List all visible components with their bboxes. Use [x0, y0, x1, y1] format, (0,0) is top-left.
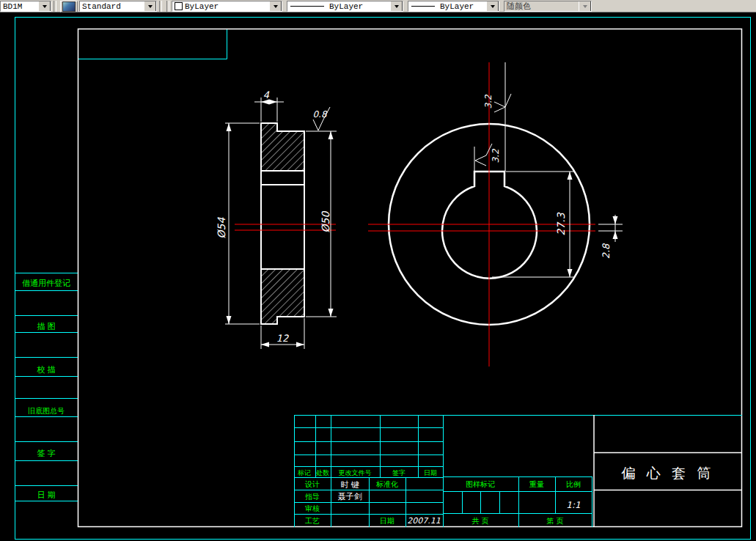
- dim-roughness-body: 0.8: [312, 109, 327, 119]
- plot-style-value: 随颜色: [504, 1, 579, 12]
- advisor-label: 指导: [305, 493, 320, 501]
- lineweight-dropdown-button[interactable]: [486, 1, 499, 12]
- margin-label: 旧底图总号: [28, 407, 65, 415]
- part-name: 偏 心 套 筒: [621, 465, 715, 481]
- chevron-down-icon: [43, 5, 47, 10]
- design-label: 设计: [304, 480, 320, 488]
- linetype-control-combo[interactable]: ByLayer: [287, 1, 403, 12]
- margin-table: [15, 273, 78, 501]
- change-header-cell: 更改文件号: [339, 469, 372, 476]
- margin-label: 描 图: [37, 322, 55, 331]
- toolbar-separator: [166, 1, 169, 12]
- dim-style-value: BD1M: [1, 2, 38, 11]
- lineweight-sample-icon: [411, 6, 435, 7]
- chevron-down-icon: [491, 5, 495, 10]
- change-header-cell: 签字: [392, 469, 405, 476]
- change-header-cell: 日期: [424, 469, 437, 476]
- change-header-cell: 标记: [297, 469, 311, 476]
- margin-label: 借通用件登记: [22, 279, 70, 287]
- design-name: 时 键: [340, 480, 359, 489]
- linetype-dropdown-button[interactable]: [390, 1, 403, 12]
- plot-style-combo: 随颜色: [504, 1, 592, 12]
- color-dropdown-button[interactable]: [269, 1, 282, 12]
- color-value: ByLayer: [183, 2, 269, 11]
- dim-body-dia: Ø50: [320, 210, 331, 232]
- standardization-label: 标准化: [375, 480, 398, 488]
- properties-toolbar: BD1M Standard ByLayer ByLayer ByLayer 随颜…: [0, 0, 756, 12]
- process-label: 工艺: [305, 517, 320, 525]
- linetype-sample-icon: [290, 6, 324, 7]
- color-control-combo[interactable]: ByLayer: [172, 1, 282, 12]
- text-style-dropdown-button[interactable]: [144, 1, 156, 12]
- dim-roughness-top: 3.2: [483, 94, 493, 108]
- dim-roughness-keyway: 3.2: [491, 148, 501, 163]
- dim-flange-width: 4: [263, 89, 270, 100]
- cad-drawing: 借通用件登记 描 图 校 描 旧底图总号 签 字 日 期: [0, 12, 756, 541]
- lineweight-value: ByLayer: [438, 2, 486, 11]
- text-style-value: Standard: [80, 2, 144, 11]
- weight-label: 重量: [529, 480, 544, 488]
- dim-bore-keyway: 27.3: [555, 212, 567, 235]
- advisor-name: 聂子剑: [338, 492, 362, 501]
- margin-label: 签 字: [37, 449, 55, 457]
- toolbar-separator: [54, 1, 56, 12]
- dim-style-manager-icon: [62, 1, 76, 12]
- dim-total-width: 12: [276, 333, 289, 344]
- chevron-down-icon: [148, 5, 153, 10]
- mark-label: 图样标记: [466, 480, 495, 488]
- margin-label: 校 描: [36, 365, 55, 374]
- color-swatch-icon: [175, 2, 183, 10]
- roughness-symbol: [494, 94, 511, 112]
- plot-style-dropdown-button: [579, 1, 591, 12]
- date-value: 2007.11: [407, 516, 441, 526]
- sheet-outer-border: [15, 18, 751, 540]
- dim-style-combo[interactable]: BD1M: [0, 1, 51, 12]
- margin-label: 日 期: [37, 490, 55, 499]
- toolbar-separator: [159, 1, 162, 12]
- scale-value: 1:1: [566, 500, 580, 510]
- check-label: 审核: [305, 504, 320, 512]
- page-label: 第 页: [547, 517, 564, 525]
- dim-outer-dia: Ø54: [216, 216, 227, 238]
- linetype-value: ByLayer: [327, 2, 390, 11]
- dim-style-manager-button[interactable]: [60, 1, 78, 12]
- lineweight-control-combo[interactable]: ByLayer: [408, 1, 499, 12]
- chevron-down-icon: [583, 5, 587, 10]
- total-pages-label: 共 页: [472, 517, 489, 525]
- text-style-combo[interactable]: Standard: [79, 1, 157, 12]
- hatch-lower: [261, 269, 304, 324]
- hatch-upper: [261, 123, 304, 171]
- date-label: 日期: [380, 517, 394, 525]
- chevron-down-icon: [274, 5, 278, 10]
- scale-label: 比例: [566, 480, 581, 488]
- dim-eccentric-offset: 2.8: [601, 243, 612, 259]
- sheet-inner-frame: [78, 29, 742, 527]
- chevron-down-icon: [394, 5, 399, 10]
- change-header-cell: 处数: [315, 469, 329, 476]
- margin-table-labels: 借通用件登记 描 图 校 描 旧底图总号 签 字 日 期: [22, 279, 70, 499]
- drawing-canvas[interactable]: 借通用件登记 描 图 校 描 旧底图总号 签 字 日 期: [0, 12, 756, 541]
- dim-style-dropdown-button[interactable]: [38, 1, 51, 12]
